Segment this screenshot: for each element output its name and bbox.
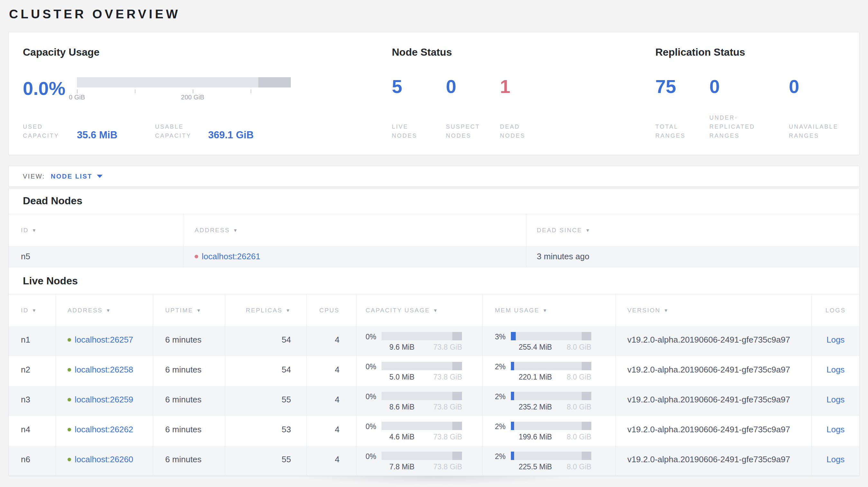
dead-node-cell-id: n5 bbox=[9, 246, 183, 267]
node-address-link[interactable]: localhost:26262 bbox=[75, 425, 133, 434]
live-nodes-header-label: REPLICAS bbox=[246, 307, 282, 314]
live-nodes-header-uptime[interactable]: UPTIME▼ bbox=[153, 294, 225, 326]
live-node-cell-capacity: 0%7.8 MiB73.8 GiB bbox=[356, 446, 482, 476]
capacity-usage-bar bbox=[381, 452, 462, 460]
live-nodes-header-label: LOGS bbox=[826, 307, 846, 314]
logs-link[interactable]: Logs bbox=[827, 365, 844, 375]
dead-node-cell-address: localhost:26261 bbox=[183, 246, 526, 267]
live-node-cell-id: n1 bbox=[9, 326, 56, 356]
node-address-link[interactable]: localhost:26257 bbox=[75, 335, 133, 345]
memory-usage-bar-other-segment bbox=[582, 422, 591, 430]
axis-tick bbox=[135, 90, 135, 93]
overview-summary-card: Capacity Usage 0.0% 0 GiB200 GiB USEDCAP… bbox=[8, 32, 860, 155]
capacity-used-value: 4.6 MiB bbox=[389, 433, 414, 441]
live-node-cell-uptime: 6 minutes bbox=[153, 416, 225, 446]
memory-usage-bar-col: 199.6 MiB8.0 GiB bbox=[511, 422, 591, 441]
logs-link[interactable]: Logs bbox=[827, 335, 844, 345]
capacity-usage: 0%9.6 MiB73.8 GiB bbox=[366, 332, 462, 351]
memory-usage-bar-other-segment bbox=[582, 332, 591, 340]
capacity-usage-percent: 0% bbox=[366, 362, 379, 381]
live-nodes-header-address[interactable]: ADDRESS▼ bbox=[56, 294, 153, 326]
view-dropdown[interactable]: NODE LIST bbox=[51, 173, 103, 180]
memory-usage-bar-other-segment bbox=[582, 452, 591, 460]
dead-nodes-header-label: ID bbox=[21, 227, 29, 234]
capacity-usage-bar-other-segment bbox=[452, 392, 462, 400]
live-node-cell-uptime: 6 minutes bbox=[153, 326, 225, 356]
live-node-cell-id: n3 bbox=[9, 386, 56, 416]
dead-nodes-header-address[interactable]: ADDRESS▼ bbox=[183, 214, 526, 246]
memory-total-value: 8.0 GiB bbox=[566, 433, 591, 441]
live-node-cell-version: v19.2.0-alpha.20190606-2491-gfe735c9a97 bbox=[615, 446, 811, 476]
live-nodes-header-version[interactable]: VERSION▼ bbox=[615, 294, 811, 326]
logs-link[interactable]: Logs bbox=[827, 425, 844, 434]
capacity-usage-bar-col: 5.0 MiB73.8 GiB bbox=[381, 362, 462, 381]
live-nodes-header-label: ID bbox=[21, 307, 29, 314]
node-address-link[interactable]: localhost:26258 bbox=[75, 365, 133, 375]
live-nodes-header-label: CPUS bbox=[319, 307, 340, 314]
replication-stat-label-line: RANGES bbox=[789, 132, 859, 140]
live-node-cell-replicas: 53 bbox=[225, 416, 307, 446]
capacity-used-value: 9.6 MiB bbox=[389, 344, 414, 351]
node-address-link[interactable]: localhost:26261 bbox=[202, 252, 260, 261]
live-node-cell-uptime: 6 minutes bbox=[153, 446, 225, 476]
memory-used-value: 235.2 MiB bbox=[519, 403, 552, 411]
memory-usage-bar bbox=[511, 422, 591, 430]
node-address-link[interactable]: localhost:26259 bbox=[75, 395, 133, 404]
live-node-cell-id: n2 bbox=[9, 356, 56, 386]
replication-stat: 0UNAVAILABLERANGES bbox=[789, 59, 859, 140]
live-nodes-header-replicas[interactable]: REPLICAS▼ bbox=[225, 294, 307, 326]
live-nodes-header-capacity[interactable]: CAPACITY USAGE▼ bbox=[356, 294, 482, 326]
logs-link[interactable]: Logs bbox=[827, 455, 844, 464]
replication-stat-label-line: UNAVAILABLE bbox=[789, 123, 859, 132]
live-node-cell-address: localhost:26262 bbox=[56, 416, 153, 446]
node-status-stat-label-line: NODES bbox=[392, 132, 446, 140]
axis-tick bbox=[77, 90, 78, 93]
dead-nodes-header-dead_since[interactable]: DEAD SINCE▼ bbox=[526, 214, 859, 246]
node-status-stat-value: 5 bbox=[392, 77, 446, 96]
live-nodes-header-logs: LOGS bbox=[811, 294, 859, 326]
live-node-cell-address: localhost:26257 bbox=[56, 326, 153, 356]
sort-arrow-icon: ▼ bbox=[32, 308, 37, 313]
capacity-usage-chart: 0.0% 0 GiB200 GiB bbox=[23, 77, 392, 100]
capacity-stat-label-line: CAPACITY bbox=[23, 132, 77, 140]
dead-node-cell-dead_since: 3 minutes ago bbox=[526, 246, 859, 267]
cluster-overview-page: CLUSTER OVERVIEW Capacity Usage 0.0% 0 G… bbox=[0, 0, 868, 487]
replication-stat-label: UNDER-REPLICATEDRANGES bbox=[709, 113, 789, 140]
sort-arrow-icon: ▼ bbox=[233, 228, 238, 233]
logs-link[interactable]: Logs bbox=[827, 395, 844, 404]
capacity-used-value: 8.6 MiB bbox=[389, 403, 414, 411]
capacity-stat-label: USEDCAPACITY bbox=[23, 123, 77, 140]
live-node-cell-address: localhost:26258 bbox=[56, 356, 153, 386]
live-node-cell-uptime: 6 minutes bbox=[153, 356, 225, 386]
live-node-cell-cpus: 4 bbox=[306, 326, 356, 356]
dead-node-row: n5localhost:262613 minutes ago bbox=[9, 246, 859, 267]
memory-usage-bar-other-segment bbox=[582, 392, 591, 400]
node-status-stat: 1DEADNODES bbox=[500, 59, 554, 140]
dead-nodes-header-id[interactable]: ID▼ bbox=[9, 214, 183, 246]
node-address-link[interactable]: localhost:26260 bbox=[75, 455, 133, 464]
memory-usage-bar-fill bbox=[511, 362, 514, 370]
live-node-cell-cpus: 4 bbox=[306, 416, 356, 446]
memory-usage-bar bbox=[511, 362, 591, 370]
replication-stat: 75TOTALRANGES bbox=[655, 59, 709, 140]
memory-usage-bar-fill bbox=[511, 422, 514, 430]
node-address: localhost:26257 bbox=[68, 335, 133, 345]
axis-tick-label: 0 GiB bbox=[69, 94, 85, 101]
memory-used-value: 220.1 MiB bbox=[519, 374, 552, 381]
live-node-cell-memory: 2%235.2 MiB8.0 GiB bbox=[482, 386, 615, 416]
capacity-usage-bar-other-segment bbox=[452, 422, 462, 430]
capacity-bar-wrap: 0 GiB200 GiB bbox=[77, 77, 291, 100]
live-nodes-header-id[interactable]: ID▼ bbox=[9, 294, 56, 326]
live-nodes-header-cpus: CPUS bbox=[306, 294, 356, 326]
live-nodes-header-memory[interactable]: MEM USAGE▼ bbox=[482, 294, 615, 326]
dead-nodes-table-body: n5localhost:262613 minutes ago bbox=[9, 246, 859, 267]
nodes-tables-card: Dead Nodes ID▼ADDRESS▼DEAD SINCE▼ n5loca… bbox=[8, 188, 860, 476]
memory-total-value: 8.0 GiB bbox=[566, 374, 591, 381]
live-nodes-header-label: VERSION bbox=[627, 307, 660, 314]
live-node-cell-version: v19.2.0-alpha.20190606-2491-gfe735c9a97 bbox=[615, 326, 811, 356]
dead-status-dot-icon bbox=[195, 255, 198, 258]
node-status-stat-label-line: LIVE bbox=[392, 123, 446, 132]
dead-nodes-table: ID▼ADDRESS▼DEAD SINCE▼ n5localhost:26261… bbox=[9, 214, 859, 267]
capacity-usage-bar bbox=[381, 422, 462, 430]
axis-tick bbox=[193, 90, 193, 93]
